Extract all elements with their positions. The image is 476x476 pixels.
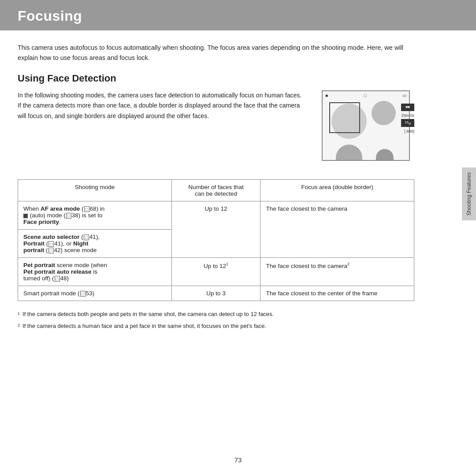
face-priority-bold: Face priority (23, 219, 59, 225)
header-focus-area: Focus area (double border) (260, 180, 414, 201)
side-tab: Shooting Features (462, 167, 476, 220)
page-title: Focusing (18, 8, 458, 24)
intro-text: This camera uses autofocus to focus auto… (18, 43, 414, 63)
shooting-mode-cell-2: Scene auto selector (□41), Portrait (□41… (18, 230, 172, 258)
focus-cell-4: The face closest to the center of the fr… (260, 286, 414, 301)
main-content: This camera uses autofocus to focus auto… (0, 30, 432, 342)
footnote-2: 2 If the camera detects a human face and… (18, 322, 414, 331)
shot-count: [ 890] (401, 128, 414, 135)
focus-box (329, 102, 360, 133)
battery-icon: ▭ (402, 93, 406, 98)
face-detection-section: In the following shooting modes, the cam… (18, 90, 414, 170)
camera-illustration: ■ □ ▭ ■■ 25m 0s 16M [ 890] (317, 90, 414, 170)
shooting-mode-cell-4: Smart portrait mode (□53) (18, 286, 172, 301)
time-info: 25m 0s (401, 112, 414, 119)
resolution-info: 16M (401, 119, 414, 127)
shooting-mode-cell-1: When AF area mode (□68) in (auto) mode (… (18, 201, 172, 230)
camera-screen: ■ □ ▭ (322, 90, 410, 161)
camera-top-icons: ■ □ ▭ (323, 91, 409, 100)
footnotes: 1 If the camera detects both people and … (18, 310, 414, 331)
section-title: Using Face Detection (18, 73, 414, 84)
page-number: 73 (234, 456, 242, 464)
detection-table: Shooting mode Number of faces thatcan be… (18, 179, 414, 301)
side-tab-label: Shooting Features (466, 172, 472, 216)
portrait-bold: Portrait (23, 240, 45, 247)
exposure-info: ■■ (401, 104, 414, 111)
body-small (376, 149, 394, 160)
auto-icon (23, 212, 28, 219)
header-faces: Number of faces thatcan be detected (171, 180, 260, 201)
camera-icon: ■ (325, 93, 328, 98)
body-large (336, 145, 362, 160)
faces-cell-4: Up to 3 (171, 286, 260, 301)
focus-cell-1: The face closest to the camera (260, 201, 414, 258)
table-row: Pet portrait scene mode (when Pet portra… (18, 258, 414, 286)
title-bar: Focusing (0, 0, 476, 30)
footnote-text-2: If the camera detects a human face and a… (22, 322, 266, 331)
pet-portrait-bold: Pet portrait (23, 262, 55, 268)
table-row: When AF area mode (□68) in (auto) mode (… (18, 201, 414, 230)
shooting-mode-cell-3: Pet portrait scene mode (when Pet portra… (18, 258, 172, 286)
table-row: Smart portrait mode (□53) Up to 3 The fa… (18, 286, 414, 301)
focus-cell-3: The face closest to the camera2 (260, 258, 414, 286)
footnote-num-2: 2 (18, 322, 20, 331)
af-area-bold: AF area mode (41, 205, 80, 212)
footnote-1: 1 If the camera detects both people and … (18, 310, 414, 319)
header-shooting-mode: Shooting mode (18, 180, 172, 201)
pet-auto-release-bold: Pet portrait auto release (23, 268, 92, 275)
scene-auto-bold: Scene auto selector (23, 234, 80, 240)
face-small (372, 101, 396, 125)
table-header-row: Shooting mode Number of faces thatcan be… (18, 180, 414, 201)
faces-cell-3: Up to 121 (171, 258, 260, 286)
footnote-text-1: If the camera detects both people and pe… (22, 310, 274, 319)
camera-side-info: ■■ 25m 0s 16M [ 890] (401, 104, 414, 134)
timer-icon: □ (364, 93, 367, 98)
faces-cell-1: Up to 12 (171, 201, 260, 258)
face-detection-description: In the following shooting modes, the cam… (18, 90, 304, 170)
footnote-num-1: 1 (18, 310, 20, 319)
